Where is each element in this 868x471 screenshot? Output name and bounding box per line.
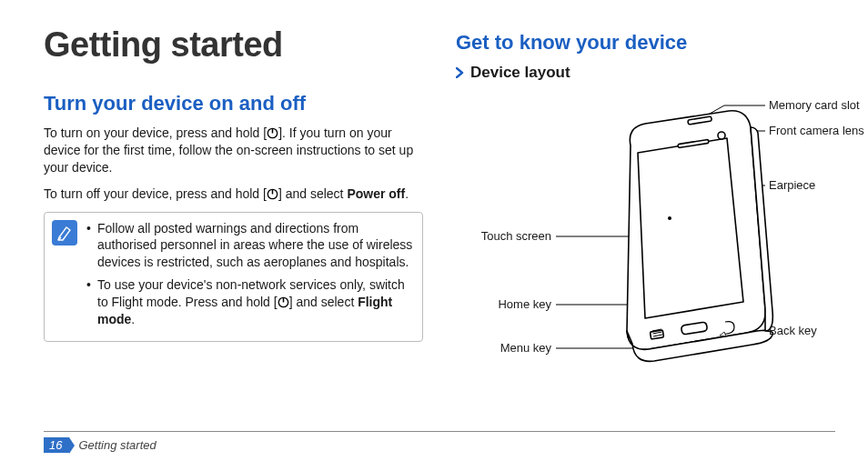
power-icon (278, 296, 289, 308)
label-home-key: Home key (456, 297, 551, 311)
power-icon (267, 127, 278, 139)
note-icon (52, 220, 77, 246)
left-column: Getting started Turn your device on and … (44, 25, 423, 416)
text: To turn off your device, press and hold … (44, 186, 267, 201)
page-footer: 16 Getting started (44, 431, 835, 453)
text: To turn on your device, press and hold [ (44, 125, 267, 140)
section-title-know-device: Get to know your device (456, 31, 835, 55)
subsection-device-layout: Device layout (456, 64, 835, 82)
svg-point-8 (718, 132, 725, 139)
text: . (131, 312, 135, 326)
label-touch-screen: Touch screen (456, 229, 551, 243)
power-icon (267, 188, 278, 200)
note-item: Follow all posted warnings and direction… (86, 220, 413, 272)
footer-section-name: Getting started (78, 438, 156, 452)
chapter-title: Getting started (44, 25, 423, 65)
svg-point-15 (668, 216, 671, 220)
page-number-badge: 16 (44, 437, 69, 453)
sub-title-text: Device layout (470, 64, 570, 82)
text-bold: Power off (347, 186, 405, 201)
label-menu-key: Menu key (456, 341, 551, 355)
note-box: Follow all posted warnings and direction… (44, 212, 423, 342)
text: . (405, 186, 409, 201)
paragraph-turn-on: To turn on your device, press and hold [… (44, 125, 423, 176)
label-earpiece: Earpiece (769, 178, 815, 192)
section-title-turn-on-off: Turn your device on and off (44, 92, 423, 115)
paragraph-turn-off: To turn off your device, press and hold … (44, 185, 423, 203)
text: ] and select (278, 186, 348, 201)
label-front-camera-lens: Front camera lens (769, 124, 864, 137)
device-diagram: Touch screen Home key Menu key Memory ca… (456, 91, 856, 382)
text: ] and select (289, 295, 358, 309)
chevron-icon (456, 67, 465, 78)
label-memory-card-slot: Memory card slot (769, 98, 860, 112)
text: Follow all posted warnings and direction… (97, 221, 412, 270)
label-back-key: Back key (769, 324, 817, 337)
manual-page: Getting started Turn your device on and … (0, 0, 868, 471)
note-item: To use your device's non-network service… (86, 276, 413, 328)
right-column: Get to know your device Device layout (456, 25, 835, 416)
